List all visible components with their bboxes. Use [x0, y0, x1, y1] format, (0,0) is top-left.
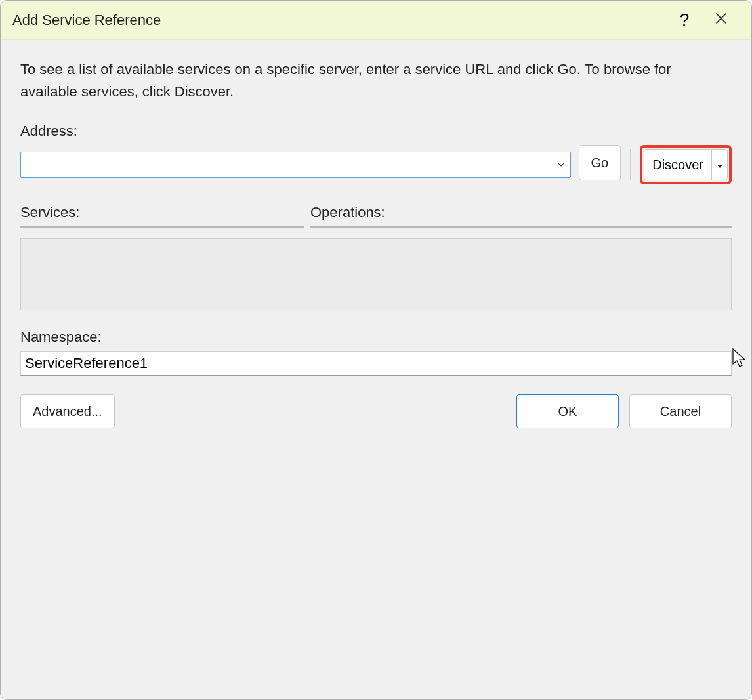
cancel-button[interactable]: Cancel: [629, 394, 732, 428]
address-label: Address:: [20, 123, 732, 140]
dialog-add-service-reference: Add Service Reference ? To see a list of…: [0, 0, 752, 700]
dialog-title: Add Service Reference: [12, 12, 666, 29]
ok-button[interactable]: OK: [516, 394, 619, 428]
caret-down-icon: [717, 157, 723, 173]
instruction-text: To see a list of available services on a…: [20, 58, 732, 103]
services-label: Services:: [20, 204, 304, 221]
help-button[interactable]: ?: [666, 1, 703, 40]
discover-highlight: Discover: [640, 145, 732, 184]
address-row: Go Discover: [20, 145, 732, 184]
close-button[interactable]: [703, 1, 740, 40]
status-area: [20, 238, 732, 310]
lists-row: Services: Operations:: [20, 204, 732, 228]
advanced-button[interactable]: Advanced...: [20, 394, 115, 428]
namespace-label: Namespace:: [20, 329, 732, 346]
services-column: Services:: [20, 204, 304, 228]
discover-dropdown-button[interactable]: [711, 150, 727, 180]
discover-button[interactable]: Discover: [644, 150, 711, 180]
namespace-input[interactable]: [20, 351, 732, 376]
go-button[interactable]: Go: [579, 145, 621, 180]
dialog-content: To see a list of available services on a…: [1, 40, 751, 699]
operations-label: Operations:: [310, 204, 732, 221]
namespace-row: Namespace:: [20, 329, 732, 376]
operations-listbox[interactable]: [310, 226, 732, 228]
text-caret: [24, 149, 24, 166]
help-icon: ?: [680, 10, 689, 30]
svg-marker-2: [717, 165, 722, 168]
operations-column: Operations:: [310, 204, 732, 228]
services-listbox[interactable]: [20, 226, 304, 228]
close-icon: [715, 12, 728, 29]
separator: [630, 149, 631, 180]
address-combobox[interactable]: [20, 145, 571, 184]
address-input[interactable]: [20, 152, 571, 178]
dialog-footer: Advanced... OK Cancel: [20, 394, 732, 428]
discover-split-button[interactable]: Discover: [644, 149, 728, 180]
titlebar: Add Service Reference ?: [1, 1, 751, 40]
